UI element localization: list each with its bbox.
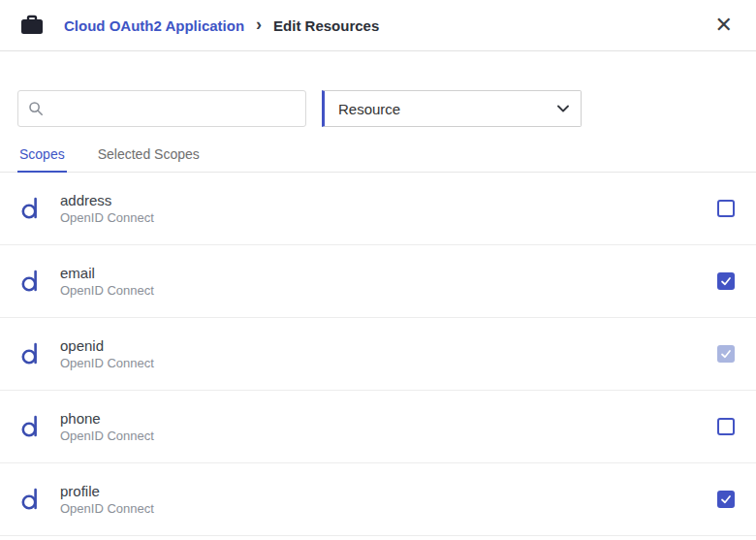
scope-row: phone OpenID Connect [0, 391, 756, 463]
scope-text: email OpenID Connect [60, 265, 154, 298]
scope-checkbox[interactable] [717, 200, 735, 217]
scope-name: email [60, 265, 154, 281]
scope-name: address [60, 192, 154, 208]
resource-dropdown-value: Resource [338, 101, 400, 117]
openid-scope-icon [19, 196, 43, 221]
tab-selected-scopes[interactable]: Selected Scopes [96, 141, 202, 173]
briefcase-icon [19, 14, 45, 37]
dialog-header: Cloud OAuth2 Application › Edit Resource… [0, 0, 756, 51]
search-box[interactable] [17, 90, 306, 127]
scope-name: openid [60, 337, 154, 354]
scope-text: openid OpenID Connect [60, 337, 154, 370]
toolbar: Resource [0, 90, 756, 127]
chevron-right-icon: › [256, 16, 262, 33]
scope-text: profile OpenID Connect [60, 483, 154, 516]
scope-checkbox[interactable] [717, 491, 735, 508]
scope-name: profile [60, 483, 154, 499]
openid-scope-icon [19, 269, 43, 294]
scope-row: email OpenID Connect [0, 245, 756, 318]
scope-text: address OpenID Connect [60, 192, 154, 225]
tab-scopes[interactable]: Scopes [17, 141, 67, 173]
search-icon [28, 101, 44, 116]
search-input[interactable] [51, 101, 296, 116]
resource-dropdown[interactable]: Resource [322, 90, 582, 127]
breadcrumb-parent-link[interactable]: Cloud OAuth2 Application [64, 17, 244, 34]
scope-type: OpenID Connect [60, 429, 154, 443]
scope-list: address OpenID Connect email OpenID Conn… [0, 173, 756, 536]
openid-scope-icon [19, 487, 43, 512]
scope-text: phone OpenID Connect [60, 410, 154, 443]
scope-checkbox[interactable] [717, 272, 735, 290]
breadcrumb: Cloud OAuth2 Application › Edit Resource… [64, 17, 379, 34]
breadcrumb-current: Edit Resources [273, 17, 379, 34]
scope-row: address OpenID Connect [0, 173, 756, 245]
chevron-down-icon [557, 105, 569, 112]
tab-bar: Scopes Selected Scopes [0, 141, 756, 173]
scope-row: profile OpenID Connect [0, 463, 756, 536]
scope-type: OpenID Connect [60, 210, 154, 225]
close-icon[interactable]: ✕ [711, 13, 737, 38]
scope-name: phone [60, 410, 154, 427]
scope-checkbox [717, 345, 735, 363]
openid-scope-icon [19, 414, 43, 439]
scope-type: OpenID Connect [60, 356, 154, 370]
scope-type: OpenID Connect [60, 283, 154, 298]
scope-checkbox[interactable] [717, 418, 735, 435]
scope-type: OpenID Connect [60, 501, 154, 516]
scope-row: openid OpenID Connect [0, 318, 756, 391]
openid-scope-icon [19, 341, 43, 366]
